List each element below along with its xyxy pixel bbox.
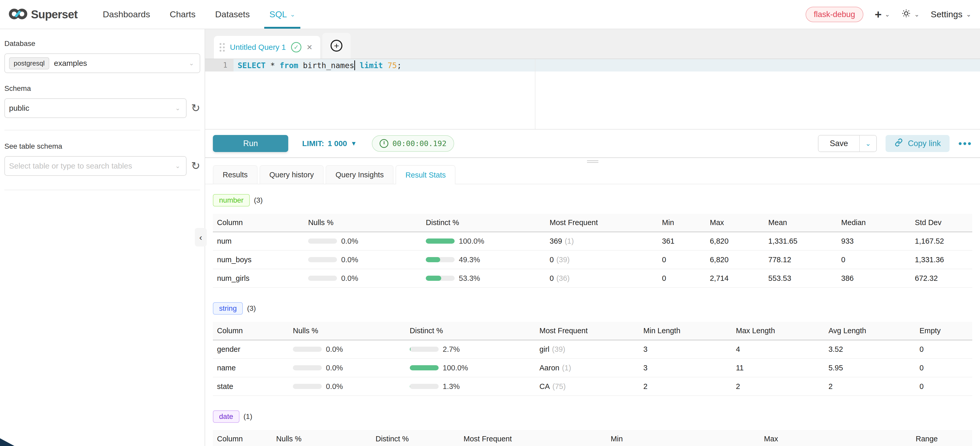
chevron-down-icon: ⌄ bbox=[885, 11, 890, 18]
cell-value: 553.53 bbox=[764, 269, 837, 288]
brand-name: Superset bbox=[31, 8, 77, 21]
cell-value: 6,820 bbox=[706, 232, 764, 250]
cell-value: 3 bbox=[639, 358, 732, 377]
column-header: Min bbox=[658, 214, 706, 232]
collapse-sidebar-button[interactable]: ‹ bbox=[195, 228, 207, 247]
south-pane: ResultsQuery historyQuery InsightsResult… bbox=[205, 158, 980, 446]
results-tab-results[interactable]: Results bbox=[213, 165, 258, 184]
cell-column-name: num_boys bbox=[213, 250, 304, 269]
top-navbar: Superset DashboardsChartsDatasetsSQL⌄ fl… bbox=[0, 0, 980, 29]
column-header: Distinct % bbox=[371, 430, 459, 446]
sidebar-divider bbox=[5, 190, 200, 190]
cell-value: 2 bbox=[732, 377, 824, 396]
save-button[interactable]: Save bbox=[818, 135, 860, 151]
save-options-caret[interactable]: ⌄ bbox=[860, 135, 876, 151]
chevron-down-icon: ⌄ bbox=[189, 60, 194, 67]
sql-token: birth_names bbox=[303, 61, 354, 70]
cell-value: 4 bbox=[732, 340, 824, 358]
superset-brand[interactable]: Superset bbox=[9, 8, 77, 21]
new-item-menu[interactable]: + ⌄ bbox=[875, 8, 890, 21]
cell-value: 2 bbox=[824, 377, 915, 396]
chevron-down-icon: ⌄ bbox=[966, 11, 971, 18]
results-tab-result-stats[interactable]: Result Stats bbox=[396, 165, 455, 184]
timer-value: 00:00:00.192 bbox=[393, 139, 447, 148]
settings-menu[interactable]: Settings ⌄ bbox=[931, 9, 971, 19]
stats-section-number: number(3)ColumnNulls %Distinct %Most Fre… bbox=[213, 194, 972, 288]
nav-item-label: SQL bbox=[269, 9, 287, 19]
column-header: Empty bbox=[915, 322, 972, 340]
settings-label: Settings bbox=[931, 9, 963, 19]
cell-distinct-pct: 100.0% bbox=[406, 358, 535, 377]
results-tab-query-history[interactable]: Query history bbox=[259, 165, 324, 184]
cell-value: 361 bbox=[658, 232, 706, 250]
sql-token bbox=[298, 61, 303, 70]
drag-grip-icon[interactable] bbox=[220, 43, 225, 52]
table-select[interactable]: Select table or type to search tables ⌄ bbox=[5, 156, 186, 176]
plus-icon: + bbox=[875, 8, 882, 21]
nulls-bar bbox=[308, 257, 337, 262]
nav-item-datasets[interactable]: Datasets bbox=[205, 0, 259, 29]
cell-value: 386 bbox=[837, 269, 911, 288]
cell-distinct-pct: 49.3% bbox=[422, 250, 546, 269]
cell-distinct-pct: 53.3% bbox=[422, 269, 546, 288]
cell-most-frequent: 0(39) bbox=[546, 250, 658, 269]
type-badge-date[interactable]: date bbox=[213, 410, 239, 423]
query-tab-title: Untitled Query 1 bbox=[230, 43, 286, 52]
type-badge-string[interactable]: string bbox=[213, 302, 243, 315]
caret-down-icon: ▼ bbox=[351, 140, 357, 147]
stats-table-number: ColumnNulls %Distinct %Most FrequentMinM… bbox=[213, 214, 972, 288]
distinct-bar bbox=[410, 365, 439, 370]
nav-item-label: Dashboards bbox=[103, 9, 150, 19]
column-header: Most Frequent bbox=[535, 322, 640, 340]
run-button[interactable]: Run bbox=[213, 135, 288, 152]
add-query-tab[interactable]: + bbox=[322, 33, 351, 59]
sql-token bbox=[275, 61, 280, 70]
nav-item-sql[interactable]: SQL⌄ bbox=[259, 0, 305, 29]
results-tab-query-insights[interactable]: Query Insights bbox=[326, 165, 393, 184]
cell-value: 0 bbox=[915, 358, 972, 377]
type-badge-number[interactable]: number bbox=[213, 194, 250, 207]
limit-dropdown[interactable]: LIMIT: 1 000 ▼ bbox=[302, 139, 357, 148]
link-icon bbox=[894, 138, 903, 149]
cell-value: 3 bbox=[639, 340, 732, 358]
copy-link-button[interactable]: Copy link bbox=[886, 135, 950, 152]
database-select[interactable]: postgresql examples ⌄ bbox=[5, 53, 200, 73]
close-tab-icon[interactable]: ✕ bbox=[307, 43, 312, 52]
column-header: Max Length bbox=[732, 322, 824, 340]
database-type-tag: postgresql bbox=[9, 57, 49, 69]
schema-select[interactable]: public ⌄ bbox=[5, 98, 186, 118]
refresh-schemas-icon[interactable]: ↻ bbox=[191, 103, 200, 113]
column-header: Distinct % bbox=[406, 322, 535, 340]
editor-line-number: 1 bbox=[205, 59, 234, 72]
cell-nulls-pct: 0.0% bbox=[304, 269, 422, 288]
chevron-down-icon: ⌄ bbox=[175, 162, 180, 170]
column-header: Column bbox=[213, 430, 272, 446]
editor-toolbar: Run LIMIT: 1 000 ▼ 00:00:00.192 Save ⌄ bbox=[205, 129, 980, 158]
nav-item-dashboards[interactable]: Dashboards bbox=[93, 0, 160, 29]
sql-editor[interactable]: 1 SELECT * from birth_names limit 75; bbox=[205, 59, 980, 129]
nav-item-label: Charts bbox=[170, 9, 196, 19]
sql-token bbox=[266, 61, 270, 70]
panel-resize-handle[interactable] bbox=[587, 159, 598, 164]
stats-section-string: string(3)ColumnNulls %Distinct %Most Fre… bbox=[213, 302, 972, 396]
query-tab[interactable]: Untitled Query 1 ✓ ✕ bbox=[214, 36, 320, 59]
cell-most-frequent: 0(36) bbox=[546, 269, 658, 288]
cell-nulls-pct: 0.0% bbox=[304, 250, 422, 269]
save-split-button: Save ⌄ bbox=[818, 135, 877, 152]
nulls-bar bbox=[308, 276, 337, 281]
theme-menu[interactable]: ⌄ bbox=[901, 8, 920, 21]
cell-value: 778.12 bbox=[764, 250, 837, 269]
sql-code-line[interactable]: SELECT * from birth_names limit 75; bbox=[234, 61, 401, 70]
refresh-tables-icon[interactable]: ↻ bbox=[191, 161, 200, 171]
distinct-bar bbox=[426, 239, 455, 244]
cell-most-frequent: 369(1) bbox=[546, 232, 658, 250]
cell-column-name: gender bbox=[213, 340, 289, 358]
result-stats-content: number(3)ColumnNulls %Distinct %Most Fre… bbox=[205, 184, 980, 446]
nav-item-charts[interactable]: Charts bbox=[160, 0, 205, 29]
clock-icon bbox=[380, 139, 388, 148]
cell-column-name: state bbox=[213, 377, 289, 396]
cell-value: 0 bbox=[915, 340, 972, 358]
table-schema-label: See table schema bbox=[5, 142, 200, 150]
more-actions-button[interactable]: ••• bbox=[958, 138, 972, 150]
results-tabbar: ResultsQuery historyQuery InsightsResult… bbox=[205, 165, 980, 184]
